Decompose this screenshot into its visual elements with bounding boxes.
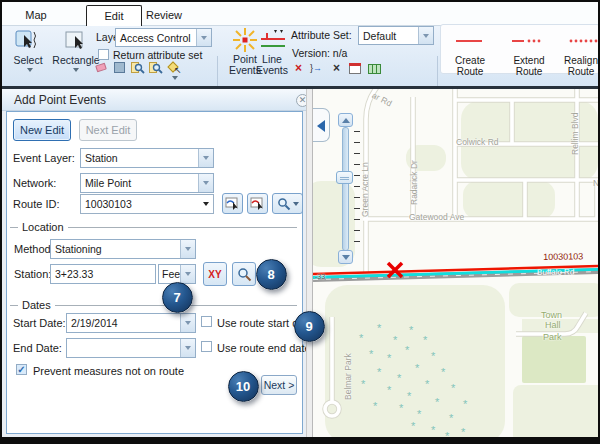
layer-dropdown-button[interactable]	[196, 29, 211, 46]
tab-review[interactable]: Review	[136, 5, 192, 26]
application-window: Map Edit Review Select Rectangle Layer: …	[0, 0, 600, 444]
select-tool-icon	[14, 29, 40, 53]
clear-route-selection-icon	[250, 196, 265, 211]
select-dropdown-caret[interactable]	[27, 68, 33, 72]
start-date-value: 2/19/2014	[67, 314, 180, 332]
locate-station-button[interactable]	[232, 262, 256, 286]
end-date-dropdown-button[interactable]	[180, 339, 195, 357]
network-value: Mile Point	[81, 174, 198, 192]
move-event-icon[interactable]: ×	[329, 61, 344, 76]
start-date-picker[interactable]: 2/19/2014	[66, 313, 196, 333]
new-edit-button[interactable]: New Edit	[13, 119, 71, 141]
return-attribute-set-checkbox[interactable]	[98, 49, 109, 60]
delete-event-icon[interactable]: ×	[291, 61, 306, 76]
map-label: Park	[543, 332, 562, 342]
method-value: Stationing	[51, 240, 180, 258]
map-label: Hall	[545, 320, 561, 330]
attribute-set-dropdown-button[interactable]	[418, 27, 433, 44]
reassign-event-icon[interactable]: }→	[310, 61, 325, 76]
event-layer-value: Station	[81, 149, 198, 167]
collapse-panel-tab[interactable]	[313, 108, 330, 142]
ribbon: Select Rectangle Layer: Access Control R…	[2, 26, 598, 86]
start-date-dropdown-button[interactable]	[180, 314, 195, 332]
method-dropdown-button[interactable]	[180, 240, 195, 258]
network-dropdown-button[interactable]	[198, 174, 213, 192]
layer-combobox[interactable]: Access Control	[115, 28, 212, 47]
collapse-left-arrow-icon	[317, 120, 325, 132]
route-id-dropdown-button[interactable]	[199, 195, 213, 213]
rectangle-tool-icon	[64, 29, 90, 53]
route-search-button[interactable]	[272, 193, 303, 214]
location-legend: Location	[18, 221, 68, 233]
select-route-on-map-button[interactable]	[222, 193, 243, 214]
station-label: Station:	[14, 268, 51, 280]
panel-splitter[interactable]	[306, 89, 313, 437]
chevron-down-icon	[203, 156, 209, 160]
map-label: Rellim Blvd	[570, 112, 580, 155]
pan-to-selection-icon[interactable]	[148, 60, 163, 75]
units-combobox[interactable]: Feet	[158, 264, 196, 284]
extend-route-icon	[510, 38, 544, 44]
map-label: Belmar Park	[343, 353, 353, 400]
select-features-caret[interactable]	[172, 76, 178, 80]
chevron-down-icon	[185, 247, 191, 251]
route-id-label: Route ID:	[13, 198, 59, 210]
xy-icon: XY	[208, 269, 221, 280]
zoom-slider-ticks	[354, 131, 360, 249]
method-combobox[interactable]: Stationing	[50, 239, 196, 259]
units-value: Feet	[159, 265, 180, 283]
realign-route-icon	[568, 38, 600, 44]
units-dropdown-button[interactable]	[180, 265, 195, 283]
use-route-end-date-checkbox[interactable]	[201, 341, 212, 352]
end-date-picker[interactable]	[66, 338, 196, 358]
chevron-down-icon	[185, 272, 191, 276]
next-edit-button[interactable]: Next Edit	[79, 119, 137, 141]
map-label: Colwick Rd	[456, 137, 499, 147]
network-label: Network:	[13, 177, 56, 189]
station-input[interactable]: 3+23.33	[50, 264, 156, 284]
realign-route-label: Realign Route	[558, 55, 600, 77]
map-label: Town	[541, 310, 562, 320]
zoom-to-selection-icon[interactable]	[130, 60, 145, 75]
event-attributes-window-icon[interactable]	[348, 62, 363, 77]
tab-edit[interactable]: Edit	[86, 5, 142, 26]
select-route-on-map-icon	[225, 196, 240, 211]
next-button[interactable]: Next >	[261, 375, 297, 395]
select-tool-label: Select	[2, 55, 54, 66]
network-combobox[interactable]: Mile Point	[80, 173, 214, 193]
extend-route-label: Extend Route	[500, 55, 558, 77]
map-label: 10030103	[543, 251, 583, 262]
event-layer-dropdown-button[interactable]	[198, 149, 213, 167]
map-view[interactable]: **************************** ar RdColwic…	[313, 89, 598, 437]
select-features-icon[interactable]: ↖	[166, 60, 181, 75]
clear-selection-eraser-icon[interactable]	[94, 60, 109, 75]
chevron-up-icon	[342, 118, 350, 123]
attribute-table-icon[interactable]	[367, 62, 382, 77]
fill-selection-icon[interactable]	[112, 60, 127, 75]
zoom-slider-handle[interactable]	[336, 171, 353, 184]
map-label: -33	[315, 273, 325, 280]
use-route-end-date-label: Use route end date	[217, 342, 311, 354]
ribbon-tab-bar: Map Edit Review	[2, 2, 598, 26]
zoom-in-button[interactable]	[338, 113, 353, 127]
dates-legend: Dates	[18, 299, 55, 311]
event-layer-combobox[interactable]: Station	[80, 148, 214, 168]
chevron-down-icon	[203, 202, 209, 206]
use-route-start-date-checkbox[interactable]	[201, 316, 212, 327]
window-border	[0, 0, 2, 444]
chevron-down-icon	[201, 36, 207, 40]
attribute-set-combobox[interactable]: Default	[358, 26, 434, 45]
station-value: 3+23.33	[51, 265, 155, 283]
prevent-measures-checkbox[interactable]: ✓	[16, 364, 27, 375]
route-id-combobox[interactable]: 10030103	[80, 194, 214, 214]
zoom-out-button[interactable]	[338, 250, 353, 264]
map-label: Green Acre Ln	[360, 162, 370, 217]
clear-route-selection-button[interactable]	[247, 193, 268, 214]
end-date-label: End Date:	[13, 342, 62, 354]
tab-map[interactable]: Map	[8, 5, 64, 26]
rectangle-dropdown-caret[interactable]	[73, 68, 79, 72]
create-route-icon	[454, 38, 484, 44]
prevent-measures-label: Prevent measures not on route	[33, 365, 184, 377]
zoom-slider-track[interactable]	[342, 127, 349, 251]
xy-coordinates-button[interactable]: XY	[203, 262, 227, 286]
